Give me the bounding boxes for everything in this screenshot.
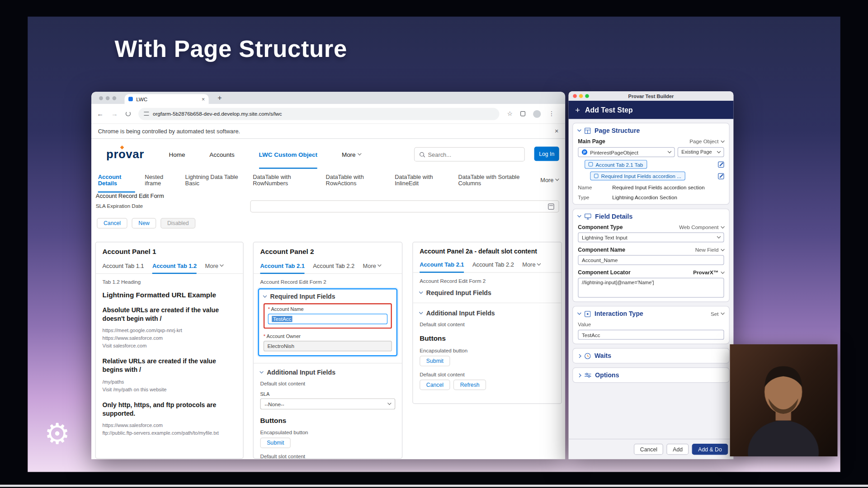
builder-footer: Cancel Add Add & Do bbox=[634, 444, 728, 455]
chevron-down-icon bbox=[721, 224, 725, 228]
panel2-tab-2-1[interactable]: Account Tab 2.1 bbox=[260, 262, 305, 274]
window-zoom-icon[interactable] bbox=[113, 96, 117, 100]
builder-add-and-do-button[interactable]: Add & Do bbox=[692, 444, 728, 455]
nav-lwc-custom-object[interactable]: LWC Custom Object bbox=[259, 140, 317, 169]
site-info-icon[interactable] bbox=[144, 112, 149, 116]
panel3-tab-more[interactable]: More bbox=[522, 261, 540, 273]
back-icon[interactable]: ← bbox=[97, 110, 104, 117]
url-link[interactable]: https://www.salesforce.com bbox=[103, 422, 236, 430]
waits-header[interactable]: Waits bbox=[578, 352, 724, 359]
page-structure-section: Page Structure Main Page Page Object P P… bbox=[572, 123, 730, 205]
tab-lightning-data-table-basic[interactable]: Lightning Data Table Basic bbox=[185, 167, 243, 192]
chevron-down-icon bbox=[668, 150, 672, 154]
tab-datatable-inlineedit[interactable]: DataTable with InlineEdit bbox=[395, 167, 448, 192]
cancel-button[interactable]: Cancel bbox=[97, 218, 127, 228]
profile-avatar[interactable] bbox=[533, 110, 541, 117]
close-icon[interactable] bbox=[573, 94, 577, 98]
existing-page-select[interactable]: Existing Page bbox=[678, 147, 724, 157]
search-input[interactable] bbox=[428, 151, 519, 158]
submit-button[interactable]: Submit bbox=[260, 438, 291, 448]
edit-icon[interactable] bbox=[718, 173, 724, 179]
url-link[interactable]: Visit /my/path on this website bbox=[103, 386, 236, 394]
new-button[interactable]: New bbox=[132, 218, 156, 228]
component-name-input[interactable]: Account_Name bbox=[578, 255, 724, 265]
panel2-form-title: Account Record Edit Form 2 bbox=[260, 279, 396, 285]
tab-datatable-rowactions[interactable]: DataTable with RowActions bbox=[326, 167, 385, 192]
url-link[interactable]: ftp://public.ftp-servers.example.com/pat… bbox=[103, 430, 236, 437]
web-component-dropdown[interactable]: Web Component bbox=[679, 224, 724, 230]
nav-home[interactable]: Home bbox=[169, 140, 185, 169]
interaction-type-header[interactable]: Interaction Type Set bbox=[578, 310, 724, 317]
builder-titlebar: Provar Test Builder bbox=[569, 91, 734, 101]
required-input-fields-accordion[interactable]: Required Input Fields bbox=[420, 289, 555, 296]
panel2-tab-more[interactable]: More bbox=[363, 262, 381, 274]
account-owner-input[interactable]: ElectroNish bbox=[264, 341, 392, 351]
account-name-input[interactable]: TestAcc bbox=[268, 314, 387, 324]
refresh-icon[interactable] bbox=[126, 111, 131, 116]
refresh-button[interactable]: Refresh bbox=[453, 380, 486, 390]
browser-window: LWC × + ← → orgfarm-5b2876b658-dev-ed.de… bbox=[91, 92, 565, 459]
field-details-header[interactable]: Field Details bbox=[578, 213, 724, 220]
url-link[interactable]: https://meet.google.com/qxp-nnrj-krt bbox=[103, 327, 236, 335]
zoom-icon[interactable] bbox=[585, 94, 589, 98]
new-tab-button[interactable]: + bbox=[217, 94, 222, 102]
sla-select[interactable]: --None-- bbox=[260, 399, 396, 409]
additional-input-fields-accordion[interactable]: Additional Input Fields bbox=[420, 310, 555, 317]
value-input[interactable]: TestAcc bbox=[578, 330, 724, 340]
calendar-icon[interactable] bbox=[548, 203, 554, 209]
panel2-tab-2-2[interactable]: Account Tab 2.2 bbox=[313, 262, 354, 274]
edit-icon[interactable] bbox=[718, 161, 724, 167]
component-type-select[interactable]: Lightning Text Input bbox=[578, 232, 724, 242]
provar-logo[interactable]: provar bbox=[106, 148, 144, 161]
tab-account-details[interactable]: Account Details bbox=[98, 167, 135, 192]
tree-item-accordion[interactable]: Required Input Fields accordion ... bbox=[590, 172, 685, 181]
cancel-button[interactable]: Cancel bbox=[420, 380, 450, 390]
builder-add-button[interactable]: Add bbox=[667, 444, 689, 455]
new-field-label: New Field bbox=[695, 247, 719, 253]
minimize-icon[interactable] bbox=[579, 94, 583, 98]
url-link[interactable]: Visit salesforce.com bbox=[103, 343, 236, 350]
forward-icon[interactable]: → bbox=[111, 110, 118, 117]
tab-datatable-sortable[interactable]: DataTable with Sortable Columns bbox=[458, 167, 531, 192]
window-close-icon[interactable] bbox=[99, 96, 103, 100]
url-link[interactable]: /my/paths bbox=[103, 378, 236, 386]
panel3-tab-2-2[interactable]: Account Tab 2.2 bbox=[472, 261, 514, 273]
browser-menu-icon[interactable]: ⋮ bbox=[548, 110, 554, 117]
notice-close-icon[interactable]: × bbox=[555, 127, 559, 135]
panel3-tab-2-1[interactable]: Account Tab 2.1 bbox=[420, 261, 464, 273]
provarx-dropdown[interactable]: ProvarX™ bbox=[693, 269, 724, 275]
tab-close-icon[interactable]: × bbox=[202, 96, 205, 102]
sla-date-input[interactable] bbox=[250, 200, 559, 212]
set-dropdown[interactable]: Set bbox=[711, 311, 724, 317]
submit-button[interactable]: Submit bbox=[420, 356, 450, 366]
options-header[interactable]: Options bbox=[578, 372, 724, 379]
site-search[interactable] bbox=[414, 147, 525, 162]
tab-more[interactable]: More bbox=[540, 170, 558, 189]
window-minimize-icon[interactable] bbox=[106, 96, 110, 100]
panel1-tab-1-2[interactable]: Account Tab 1.2 bbox=[152, 262, 197, 274]
panel2-title: Account Panel 2 bbox=[260, 248, 396, 256]
page-object-dropdown[interactable]: Page Object bbox=[689, 138, 724, 144]
tab-datatable-rownumbers[interactable]: DataTable with RowNumbers bbox=[253, 167, 316, 192]
bookmark-star-icon[interactable]: ☆ bbox=[507, 110, 513, 117]
component-locator-row: Component Locator ProvarX™ bbox=[578, 269, 724, 275]
required-input-fields-accordion[interactable]: Required Input Fields bbox=[264, 293, 392, 300]
login-button[interactable]: Log In bbox=[534, 146, 559, 161]
additional-input-fields-accordion[interactable]: Additional Input Fields bbox=[260, 369, 396, 376]
page-structure-header[interactable]: Page Structure bbox=[578, 127, 724, 134]
tab-nested-iframe[interactable]: Nested iframe bbox=[145, 167, 175, 192]
builder-cancel-button[interactable]: Cancel bbox=[634, 444, 663, 455]
extensions-icon[interactable] bbox=[520, 111, 525, 116]
video-frame: With Page Structure ⚙ LWC × + ← → orgfar… bbox=[0, 0, 868, 488]
panel1-tab-1-1[interactable]: Account Tab 1.1 bbox=[103, 262, 144, 274]
address-bar[interactable]: orgfarm-5b2876b658-dev-ed.develop.my.sit… bbox=[138, 108, 499, 120]
locator-textarea[interactable]: //lightning-input[@name='Name'] bbox=[578, 278, 724, 298]
url-link[interactable]: https://www.salesforce.com bbox=[103, 335, 236, 343]
nav-more[interactable]: More bbox=[342, 140, 361, 169]
browser-tab[interactable]: LWC × bbox=[125, 94, 209, 104]
new-field-dropdown[interactable]: New Field bbox=[695, 247, 724, 253]
panel1-tab-more[interactable]: More bbox=[205, 262, 223, 274]
tree-item-account-tab[interactable]: Account Tab 2.1 Tab bbox=[585, 160, 647, 169]
nav-accounts[interactable]: Accounts bbox=[209, 140, 234, 169]
page-object-select[interactable]: P PinterestPageObject bbox=[578, 147, 675, 157]
